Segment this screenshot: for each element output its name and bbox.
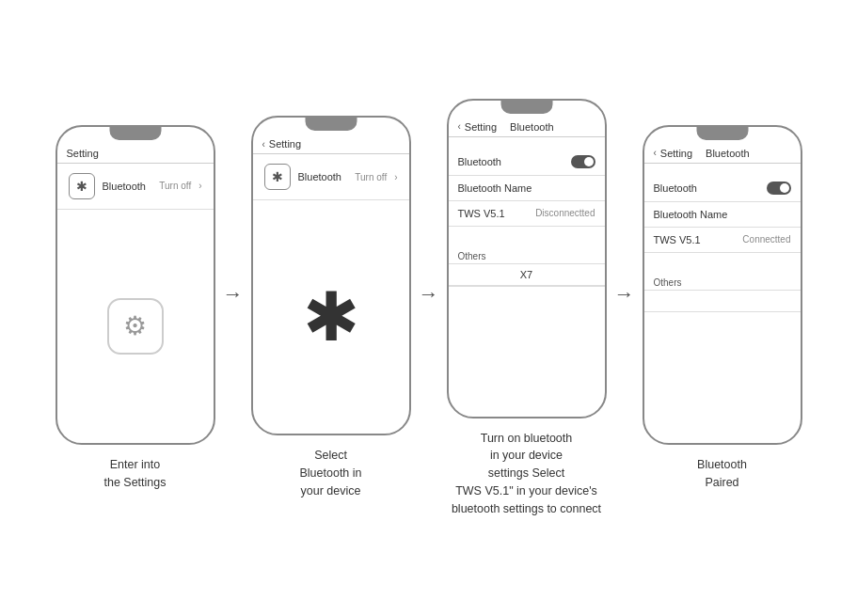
phone-2: ‹ Setting ✱ Bluetooth Turn off › bbox=[251, 116, 411, 435]
phone-screen-1: Setting ✱ Bluetooth Turn off › bbox=[57, 127, 214, 443]
bt-label-2: Bluetooth bbox=[298, 171, 348, 182]
bluetooth-label-4: Bluetooth bbox=[654, 182, 697, 194]
bluetooth-symbol-2: ✱ bbox=[272, 169, 283, 184]
header-back-text-2: Setting bbox=[269, 138, 301, 150]
caption-1: Enter intothe Settings bbox=[103, 456, 166, 492]
bt-label-1: Bluetooth bbox=[103, 181, 152, 192]
header-back-text-3: Setting bbox=[465, 121, 497, 133]
settings-icon-area: ⚙ bbox=[57, 210, 214, 443]
phone-wrapper-1: Setting ✱ Bluetooth Turn off › bbox=[56, 125, 215, 492]
toggle-knob-4 bbox=[780, 183, 789, 193]
back-arrow-3[interactable]: ‹ bbox=[458, 121, 461, 132]
bt-name-item-4: Bluetooth Name bbox=[644, 202, 801, 228]
arrow-icon-2: → bbox=[419, 282, 439, 307]
phone-wrapper-4: ‹ Setting Bluetooth Bluetooth bbox=[643, 125, 802, 492]
bluetooth-row-1[interactable]: ✱ Bluetooth Turn off › bbox=[57, 164, 214, 210]
bt-status-1: Turn off bbox=[159, 181, 191, 191]
chevron-2: › bbox=[394, 172, 397, 182]
back-arrow-2[interactable]: ‹ bbox=[262, 139, 265, 150]
bt-name-item-3: Bluetooth Name bbox=[449, 176, 605, 201]
bt-big-icon-area: ✱ bbox=[253, 200, 409, 434]
header-back-text-4: Setting bbox=[660, 148, 692, 159]
bt-name-label-3: Bluetooth Name bbox=[458, 182, 532, 194]
arrow-icon-1: → bbox=[223, 282, 244, 307]
gear-icon: ⚙ bbox=[107, 298, 164, 355]
phone-content-4: Bluetooth Bluetooth Name TWS V5.1 Connec… bbox=[644, 164, 801, 443]
toggle-on-4[interactable] bbox=[767, 182, 791, 195]
bluetooth-toggle-item-3[interactable]: Bluetooth bbox=[449, 149, 605, 176]
tws-status-4: Connectted bbox=[742, 234, 790, 245]
caption-2: SelectBluetooth inyour device bbox=[299, 447, 361, 499]
header-title-4: Bluetooth bbox=[706, 148, 749, 159]
header-text-1: Setting bbox=[67, 148, 99, 159]
phone-notch-2 bbox=[305, 118, 357, 131]
arrow-2: → bbox=[419, 282, 439, 307]
phone-wrapper-2: ‹ Setting ✱ Bluetooth Turn off › bbox=[251, 116, 411, 499]
back-arrow-4[interactable]: ‹ bbox=[654, 148, 657, 158]
phone-header-4: ‹ Setting Bluetooth bbox=[644, 144, 801, 164]
bluetooth-label-3: Bluetooth bbox=[458, 156, 501, 167]
bt-icon-2: ✱ bbox=[264, 164, 291, 190]
caption-3: Turn on bluetoothin your devicesettings … bbox=[452, 430, 601, 518]
gear-symbol: ⚙ bbox=[123, 310, 147, 341]
arrow-3: → bbox=[614, 282, 635, 307]
header-title-3: Bluetooth bbox=[510, 121, 553, 133]
bt-icon-1: ✱ bbox=[69, 173, 95, 199]
bluetooth-symbol-1: ✱ bbox=[76, 179, 87, 194]
phone-3: ‹ Setting Bluetooth Bluetooth bbox=[447, 99, 607, 419]
tws-item-4[interactable]: TWS V5.1 Connectted bbox=[644, 228, 801, 253]
tws-label-4: TWS V5.1 bbox=[654, 234, 701, 245]
main-container: Setting ✱ Bluetooth Turn off › bbox=[19, 99, 838, 518]
phone-notch-4 bbox=[696, 127, 748, 140]
caption-4: BluetoothPaired bbox=[697, 456, 747, 492]
phone-screen-2: ‹ Setting ✱ Bluetooth Turn off › bbox=[253, 118, 409, 434]
bluetooth-row-2[interactable]: ✱ Bluetooth Turn off › bbox=[253, 154, 409, 200]
phone-header-1: Setting bbox=[57, 144, 214, 164]
arrow-icon-3: → bbox=[614, 282, 635, 307]
phone-screen-4: ‹ Setting Bluetooth Bluetooth bbox=[644, 127, 801, 443]
arrow-1: → bbox=[223, 282, 244, 307]
phone-content-3: Bluetooth Bluetooth Name TWS V5.1 Discon… bbox=[449, 137, 605, 417]
chevron-1: › bbox=[198, 181, 201, 191]
phone-content-2: ✱ Bluetooth Turn off › ✱ bbox=[253, 154, 409, 434]
x7-item-3[interactable]: X7 bbox=[449, 264, 605, 286]
phone-notch-1 bbox=[109, 127, 161, 140]
phone-header-3: ‹ Setting Bluetooth bbox=[449, 118, 605, 137]
others-label-4: Others bbox=[644, 272, 801, 290]
tws-item-3[interactable]: TWS V5.1 Disconnectted bbox=[449, 201, 605, 227]
tws-status-3: Disconnectted bbox=[535, 208, 595, 218]
bluetooth-toggle-item-4[interactable]: Bluetooth bbox=[644, 175, 801, 202]
phone-content-1: ✱ Bluetooth Turn off › ⚙ bbox=[57, 164, 214, 443]
phone-screen-3: ‹ Setting Bluetooth Bluetooth bbox=[449, 101, 605, 417]
bt-name-label-4: Bluetooth Name bbox=[654, 209, 728, 220]
bt-status-2: Turn off bbox=[355, 172, 387, 182]
bt-big-icon: ✱ bbox=[303, 283, 359, 351]
phone-notch-3 bbox=[500, 101, 552, 114]
phone-header-2: ‹ Setting bbox=[253, 134, 409, 154]
tws-label-3: TWS V5.1 bbox=[458, 208, 505, 219]
toggle-knob-3 bbox=[584, 157, 594, 166]
phone-1: Setting ✱ Bluetooth Turn off › bbox=[56, 125, 215, 445]
phones-row: Setting ✱ Bluetooth Turn off › bbox=[56, 99, 802, 518]
phone-wrapper-3: ‹ Setting Bluetooth Bluetooth bbox=[447, 99, 607, 518]
others-label-3: Others bbox=[449, 245, 605, 263]
phone-4: ‹ Setting Bluetooth Bluetooth bbox=[643, 125, 802, 445]
toggle-on-3[interactable] bbox=[571, 155, 595, 168]
